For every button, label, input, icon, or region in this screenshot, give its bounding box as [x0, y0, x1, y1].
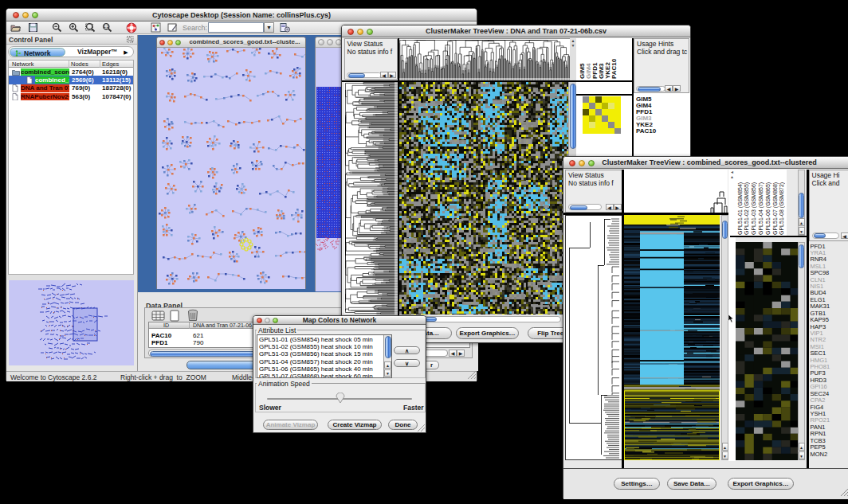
- svg-text:1:1: 1:1: [104, 25, 109, 29]
